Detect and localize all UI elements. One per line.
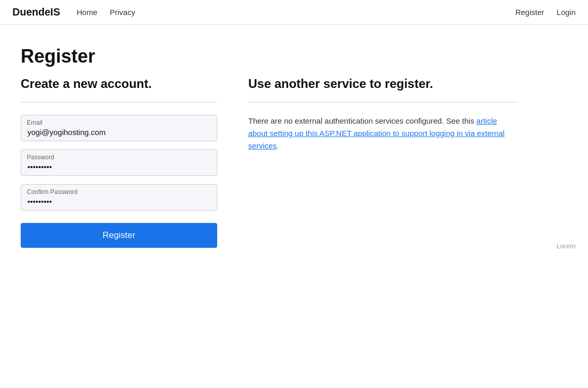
register-form-section: Create a new account. Email Password Con… [21, 76, 217, 248]
external-services-text: There are no external authentication ser… [248, 115, 517, 152]
email-field-group: Email [21, 115, 217, 141]
register-button[interactable]: Register [21, 223, 217, 248]
external-text-before: There are no external authentication ser… [248, 116, 476, 125]
register-nav-link[interactable]: Register [515, 8, 544, 17]
brand-logo[interactable]: DuendeIS [12, 6, 60, 18]
form-heading: Create a new account. [21, 76, 217, 92]
external-services-divider [248, 102, 517, 102]
external-services-heading: Use another service to register. [248, 76, 517, 92]
password-label: Password [27, 154, 54, 161]
privacy-link[interactable]: Privacy [110, 8, 135, 17]
confirm-password-label: Confirm Password [27, 188, 78, 196]
external-text-after: . [277, 141, 279, 150]
external-services-section: Use another service to register. There a… [248, 76, 517, 152]
form-divider [21, 102, 217, 102]
login-nav-link[interactable]: Login [556, 8, 576, 17]
password-field-group: Password [21, 150, 217, 176]
lorem-note: Lorem [556, 242, 576, 250]
confirm-password-field-group: Confirm Password [21, 184, 217, 211]
page-title: Register [21, 46, 567, 67]
navbar: DuendeIS Home Privacy Register Login [0, 0, 588, 25]
home-link[interactable]: Home [77, 8, 97, 17]
main-content: Register Create a new account. Email Pas… [0, 25, 588, 268]
email-input[interactable] [21, 115, 217, 141]
email-label: Email [27, 119, 42, 126]
